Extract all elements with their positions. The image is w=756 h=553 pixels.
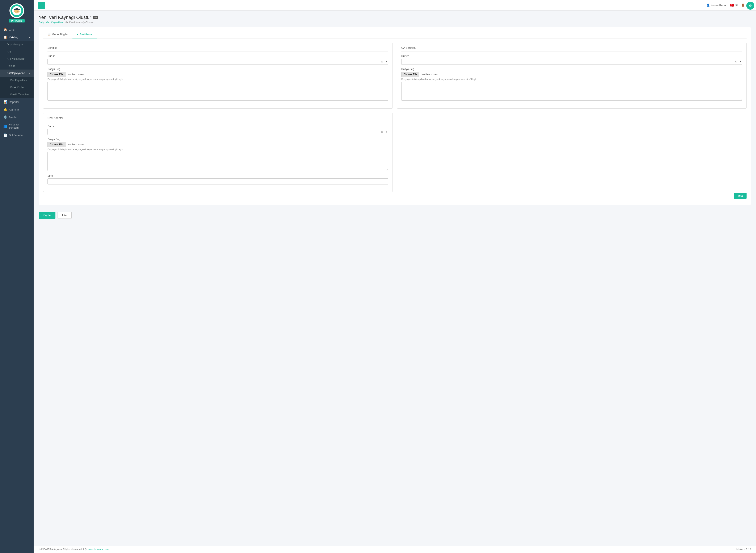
cert-durum-clear-button[interactable]: × bbox=[381, 60, 383, 64]
svg-point-8 bbox=[14, 10, 15, 12]
settings-float-button[interactable]: ⚙ bbox=[746, 2, 754, 10]
private-key-title: Özel Anahtar bbox=[48, 116, 388, 122]
pk-durum-dropdown-button[interactable]: ▾ bbox=[386, 131, 387, 133]
footer-link[interactable]: www.inomera.com bbox=[88, 548, 109, 551]
ca-durum-select-wrapper: × ▾ bbox=[401, 59, 742, 65]
pk-durum-clear-button[interactable]: × bbox=[381, 130, 383, 134]
cert-file-hint: Dosyayı sürükleyip bırakarak, seçerek ve… bbox=[48, 78, 388, 80]
cert-dosya-group: Dosya Seç Choose File No file chosen Dos… bbox=[48, 68, 388, 101]
logo-badge: PRIMARY bbox=[9, 19, 25, 22]
logout-icon: 🚪 bbox=[741, 4, 745, 7]
hamburger-icon: ☰ bbox=[40, 3, 43, 7]
iptal-button[interactable]: İptal bbox=[58, 212, 72, 219]
chevron-down-icon: ▾ bbox=[29, 72, 30, 74]
ca-file-name: No file chosen bbox=[419, 72, 742, 77]
pk-file-input-wrapper: Choose File No file chosen bbox=[48, 142, 388, 147]
sidebar-toggle-button[interactable]: ☰ bbox=[38, 2, 45, 9]
cert-choose-file-button[interactable]: Choose File bbox=[48, 72, 66, 77]
pk-choose-file-button[interactable]: Choose File bbox=[48, 142, 66, 147]
cert-durum-input[interactable] bbox=[48, 59, 388, 65]
cert-dosya-label: Dosya Seç bbox=[48, 68, 388, 71]
sidebar-item-katalog[interactable]: 📋 Katalog ▾ bbox=[0, 33, 33, 41]
gear-icon: ⚙ bbox=[749, 4, 752, 8]
pk-sifre-input[interactable] bbox=[48, 178, 388, 184]
sidebar-item-alarmlar[interactable]: 🔔 Alarmlar bbox=[0, 106, 33, 113]
sidebar-item-ozellik-tanimlari[interactable]: Özellik Tanımları bbox=[0, 91, 33, 98]
ca-content-textarea[interactable] bbox=[401, 82, 742, 101]
sidebar-item-label: Özellik Tanımları bbox=[10, 93, 28, 96]
breadcrumb-giris[interactable]: Giriş bbox=[39, 21, 44, 24]
ca-sertifika-title: CA Sertifika bbox=[401, 46, 742, 52]
private-key-section: Özel Anahtar Durum × ▾ Dosya Seç Choose … bbox=[43, 113, 393, 192]
sidebar-item-label: Giriş bbox=[9, 28, 14, 31]
sidebar-item-katalog-ayarlari[interactable]: Katalog Ayarları ▾ bbox=[0, 70, 33, 77]
sidebar-item-dokumanlar[interactable]: 📄 Dokümanlar ‹ bbox=[0, 131, 33, 139]
sidebar-logo: PRIMARY bbox=[0, 0, 33, 24]
kaydet-button[interactable]: Kaydet bbox=[39, 212, 56, 219]
ca-choose-file-button[interactable]: Choose File bbox=[401, 72, 419, 77]
main-content: ☰ 👤 Kenan Kartal 🇹🇷 Dil 🚪 Çıkış ⚙ Yeni V… bbox=[33, 0, 756, 553]
svg-point-5 bbox=[16, 11, 16, 12]
user-info: 👤 Kenan Kartal bbox=[706, 4, 726, 7]
logo-circle bbox=[9, 3, 24, 18]
sidebar-item-kullanici-yonetimi[interactable]: 👥 Kullanıcı Yönetimi ‹ bbox=[0, 121, 33, 131]
sidebar-item-raporlar[interactable]: 📊 Raporlar ‹ bbox=[0, 98, 33, 106]
breadcrumb-current: Yeni Veri Kaynağı Oluştur bbox=[65, 21, 93, 24]
tab-genel-bilgiler[interactable]: 📋 Genel Bilgiler bbox=[43, 30, 73, 38]
page-content-area: Yeni Veri Kaynağı Oluştur ⌨ Giriş / Veri… bbox=[33, 10, 756, 546]
ca-durum-clear-button[interactable]: × bbox=[735, 60, 737, 64]
svg-point-6 bbox=[17, 11, 18, 12]
page-title-text: Yeni Veri Kaynağı Oluştur bbox=[39, 15, 91, 20]
language-selector[interactable]: 🇹🇷 Dil bbox=[730, 3, 738, 7]
pk-content-textarea[interactable] bbox=[48, 152, 388, 171]
footer-actions: Kaydet İptal bbox=[39, 209, 751, 219]
breadcrumb-veri-kaynaklari[interactable]: Veri Kaynakları bbox=[46, 21, 63, 24]
cert-durum-label: Durum bbox=[48, 55, 388, 58]
docs-icon: 📄 bbox=[3, 134, 7, 137]
pk-dosya-label: Dosya Seç bbox=[48, 138, 388, 141]
username-label: Kenan Kartal bbox=[711, 4, 726, 7]
cert-durum-group: Durum × ▾ bbox=[48, 55, 388, 65]
sidebar-item-label: API bbox=[7, 50, 11, 53]
pk-sifre-group: Şifre bbox=[48, 174, 388, 184]
sidebar-item-label: Planlar bbox=[7, 65, 15, 67]
ca-durum-dropdown-button[interactable]: ▾ bbox=[740, 61, 741, 63]
tab-sertifikalar[interactable]: ● Sertifikalar bbox=[73, 30, 97, 38]
page-header: Yeni Veri Kaynağı Oluştur ⌨ Giriş / Veri… bbox=[39, 15, 751, 24]
keyboard-icon: ⌨ bbox=[93, 16, 98, 19]
catalog-icon: 📋 bbox=[3, 35, 7, 39]
sidebar-item-ortak-kodlar[interactable]: Ortak Kodlar bbox=[0, 84, 33, 91]
pk-durum-select-wrapper: × ▾ bbox=[48, 129, 388, 135]
footer-copyright: © INOMERA Arge ve Bilişim Hizmetleri A.Ş… bbox=[39, 548, 109, 551]
cert-durum-dropdown-button[interactable]: ▾ bbox=[386, 61, 387, 63]
svg-point-7 bbox=[16, 12, 17, 12]
svg-point-9 bbox=[18, 10, 19, 12]
sidebar-item-api-kullanicilari[interactable]: API Kullanıcıları bbox=[0, 55, 33, 62]
breadcrumb-sep1: / bbox=[44, 21, 46, 24]
ca-dosya-group: Dosya Seç Choose File No file chosen Dos… bbox=[401, 68, 742, 101]
test-button[interactable]: Test bbox=[734, 193, 747, 199]
tabs-container: 📋 Genel Bilgiler ● Sertifikalar bbox=[43, 30, 747, 38]
pk-durum-input[interactable] bbox=[48, 129, 388, 135]
sidebar-item-api[interactable]: API bbox=[0, 48, 33, 55]
sidebar-item-planlar[interactable]: Planlar bbox=[0, 62, 33, 70]
cert-content-textarea[interactable] bbox=[48, 82, 388, 101]
flag-icon: 🇹🇷 bbox=[730, 3, 734, 7]
ca-dosya-label: Dosya Seç bbox=[401, 68, 742, 71]
breadcrumb: Giriş / Veri Kaynakları / Yeni Veri Kayn… bbox=[39, 21, 751, 24]
pk-sifre-label: Şifre bbox=[48, 174, 388, 177]
cert-file-name: No file chosen bbox=[66, 72, 388, 77]
svg-point-4 bbox=[15, 10, 19, 13]
sidebar-item-label: Organizasyon bbox=[7, 43, 23, 46]
sidebar-item-ayarlar[interactable]: ⚙️ Ayarlar ‹ bbox=[0, 113, 33, 121]
pk-dosya-group: Dosya Seç Choose File No file chosen Dos… bbox=[48, 138, 388, 171]
sidebar-item-organizasyon[interactable]: Organizasyon bbox=[0, 41, 33, 48]
ca-durum-input[interactable] bbox=[401, 59, 742, 65]
sidebar: PRIMARY 🏠 Giriş 📋 Katalog ▾ Organizasyon… bbox=[0, 0, 33, 553]
sidebar-item-giris[interactable]: 🏠 Giriş bbox=[0, 26, 33, 33]
sidebar-item-veri-kaynaklari[interactable]: Veri Kaynakları bbox=[0, 77, 33, 84]
certificates-grid: Sertifika Durum × ▾ Dosya Seç Choose Fil… bbox=[43, 43, 747, 108]
ca-file-hint: Dosyayı sürükleyip bırakarak, seçerek ve… bbox=[401, 78, 742, 80]
sidebar-item-label: Veri Kaynakları bbox=[10, 79, 27, 82]
user-icon: 👤 bbox=[706, 4, 710, 7]
